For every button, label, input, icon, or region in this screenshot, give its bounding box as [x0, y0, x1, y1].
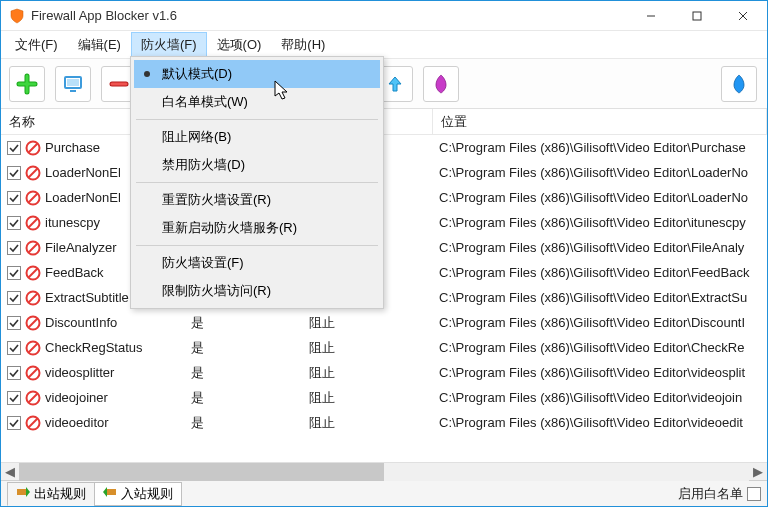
maximize-button[interactable]: [674, 1, 720, 30]
tab-inbound[interactable]: 入站规则: [94, 482, 182, 506]
row-checkbox[interactable]: [7, 141, 21, 155]
dropdown-item[interactable]: 防火墙设置(F): [134, 249, 380, 277]
dropdown-item[interactable]: 阻止网络(B): [134, 123, 380, 151]
svg-line-22: [29, 293, 38, 302]
row-checkbox[interactable]: [7, 266, 21, 280]
shield-button[interactable]: [423, 66, 459, 102]
row-name: ExtractSubtitle: [45, 290, 129, 305]
scroll-left-icon[interactable]: ◀: [1, 463, 19, 481]
block-icon: [25, 190, 41, 206]
row-path: C:\Program Files (x86)\Gilisoft\Video Ed…: [439, 265, 749, 280]
table-row[interactable]: LoaderNonElC:\Program Files (x86)\Giliso…: [1, 185, 767, 210]
row-enabled: 是: [191, 389, 204, 407]
list-header: 名称 位置: [1, 109, 767, 135]
add-button[interactable]: [9, 66, 45, 102]
row-checkbox[interactable]: [7, 191, 21, 205]
svg-line-18: [29, 243, 38, 252]
dropdown-item[interactable]: 限制防火墙访问(R): [134, 277, 380, 305]
app-icon: [9, 8, 25, 24]
row-path: C:\Program Files (x86)\Gilisoft\Video Ed…: [439, 165, 748, 180]
dropdown-item[interactable]: 白名单模式(W): [134, 88, 380, 116]
dropdown-item-label: 默认模式(D): [162, 65, 232, 83]
row-path: C:\Program Files (x86)\Gilisoft\Video Ed…: [439, 340, 744, 355]
table-row[interactable]: CheckRegStatus是阻止C:\Program Files (x86)\…: [1, 335, 767, 360]
dropdown-item[interactable]: 重置防火墙设置(R): [134, 186, 380, 214]
monitor-button[interactable]: [55, 66, 91, 102]
flame-button[interactable]: [721, 66, 757, 102]
row-path: C:\Program Files (x86)\Gilisoft\Video Ed…: [439, 315, 745, 330]
row-enabled: 是: [191, 339, 204, 357]
window-title: Firewall App Blocker v1.6: [31, 8, 628, 23]
row-name: videojoiner: [45, 390, 108, 405]
tab-outbound[interactable]: 出站规则: [7, 482, 95, 506]
block-icon: [25, 240, 41, 256]
dropdown-item-label: 防火墙设置(F): [162, 254, 244, 272]
block-icon: [25, 390, 41, 406]
row-checkbox[interactable]: [7, 391, 21, 405]
outbound-icon: [16, 485, 30, 502]
svg-line-14: [29, 193, 38, 202]
row-name: FileAnalyzer: [45, 240, 117, 255]
table-row[interactable]: itunescpyC:\Program Files (x86)\Gilisoft…: [1, 210, 767, 235]
table-row[interactable]: LoaderNonElC:\Program Files (x86)\Giliso…: [1, 160, 767, 185]
menu-options[interactable]: 选项(O): [207, 32, 272, 58]
menu-firewall[interactable]: 防火墙(F): [131, 32, 207, 58]
menu-file[interactable]: 文件(F): [5, 32, 68, 58]
scroll-track[interactable]: [19, 463, 749, 481]
table-row[interactable]: PurchaseC:\Program Files (x86)\Gilisoft\…: [1, 135, 767, 160]
row-checkbox[interactable]: [7, 241, 21, 255]
menu-help[interactable]: 帮助(H): [271, 32, 335, 58]
block-icon: [25, 215, 41, 231]
dropdown-item[interactable]: 重新启动防火墙服务(R): [134, 214, 380, 242]
row-checkbox[interactable]: [7, 166, 21, 180]
table-row[interactable]: ExtractSubtitle是阻止C:\Program Files (x86)…: [1, 285, 767, 310]
row-enabled: 是: [191, 314, 204, 332]
row-checkbox[interactable]: [7, 291, 21, 305]
close-button[interactable]: [720, 1, 766, 30]
menu-bar: 文件(F) 编辑(E) 防火墙(F) 选项(O) 帮助(H): [1, 31, 767, 59]
table-row[interactable]: videoeditor是阻止C:\Program Files (x86)\Gil…: [1, 410, 767, 435]
row-name: DiscountInfo: [45, 315, 117, 330]
row-checkbox[interactable]: [7, 316, 21, 330]
row-action: 阻止: [309, 314, 335, 332]
tab-outbound-label: 出站规则: [34, 485, 86, 503]
minimize-button[interactable]: [628, 1, 674, 30]
svg-line-26: [29, 343, 38, 352]
row-path: C:\Program Files (x86)\Gilisoft\Video Ed…: [439, 215, 746, 230]
scroll-right-icon[interactable]: ▶: [749, 463, 767, 481]
svg-line-20: [29, 268, 38, 277]
whitelist-checkbox[interactable]: [747, 487, 761, 501]
block-icon: [25, 365, 41, 381]
col-location[interactable]: 位置: [433, 109, 767, 134]
row-enabled: 是: [191, 414, 204, 432]
svg-line-16: [29, 218, 38, 227]
table-row[interactable]: DiscountInfo是阻止C:\Program Files (x86)\Gi…: [1, 310, 767, 335]
row-path: C:\Program Files (x86)\Gilisoft\Video Ed…: [439, 365, 745, 380]
menu-edit[interactable]: 编辑(E): [68, 32, 131, 58]
dropdown-separator: [136, 245, 378, 246]
row-checkbox[interactable]: [7, 341, 21, 355]
table-row[interactable]: FeedBackC:\Program Files (x86)\Gilisoft\…: [1, 260, 767, 285]
svg-line-10: [29, 143, 38, 152]
dropdown-separator: [136, 182, 378, 183]
horizontal-scrollbar[interactable]: ◀ ▶: [1, 462, 767, 480]
svg-line-28: [29, 368, 38, 377]
svg-line-30: [29, 393, 38, 402]
table-row[interactable]: videojoiner是阻止C:\Program Files (x86)\Gil…: [1, 385, 767, 410]
bottom-bar: 出站规则 入站规则 启用白名单: [1, 480, 767, 506]
row-action: 阻止: [309, 339, 335, 357]
dropdown-item[interactable]: 禁用防火墙(D): [134, 151, 380, 179]
table-row[interactable]: videosplitter是阻止C:\Program Files (x86)\G…: [1, 360, 767, 385]
row-name: itunescpy: [45, 215, 100, 230]
title-bar: Firewall App Blocker v1.6: [1, 1, 767, 31]
row-name: videosplitter: [45, 365, 114, 380]
block-icon: [25, 315, 41, 331]
row-checkbox[interactable]: [7, 366, 21, 380]
dropdown-item[interactable]: 默认模式(D): [134, 60, 380, 88]
inbound-icon: [103, 485, 117, 502]
table-row[interactable]: FileAnalyzerC:\Program Files (x86)\Gilis…: [1, 235, 767, 260]
row-name: LoaderNonEl: [45, 165, 121, 180]
scroll-thumb[interactable]: [19, 463, 384, 481]
row-checkbox[interactable]: [7, 216, 21, 230]
row-checkbox[interactable]: [7, 416, 21, 430]
